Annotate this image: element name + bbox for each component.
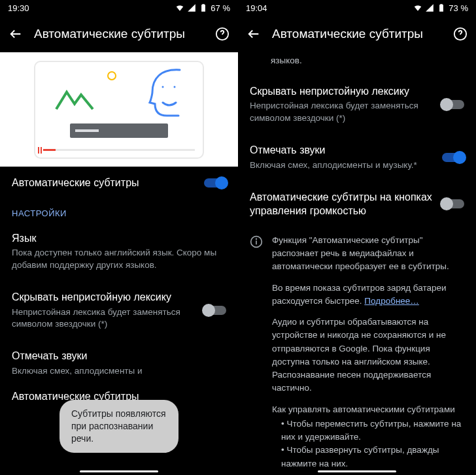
main-switch-row[interactable]: Автоматические субтитры [0, 167, 238, 199]
svg-point-6 [256, 238, 257, 239]
info-icon [250, 235, 263, 248]
status-bar: 19:04 73 % [238, 0, 476, 16]
battery-icon [199, 3, 208, 12]
status-bar: 19:30 67 % [0, 0, 238, 16]
face-icon [147, 67, 186, 126]
main-switch-toggle[interactable] [204, 178, 226, 188]
toast: Субтитры появляются при распознавании ре… [60, 400, 178, 453]
volume-toggle[interactable] [442, 199, 464, 208]
profanity-toggle[interactable] [442, 100, 464, 109]
caption-preview [70, 123, 168, 138]
progress-bar [43, 149, 195, 151]
help-icon [453, 27, 468, 41]
profanity-sub: Непристойная лексика будет заменяться си… [12, 306, 196, 331]
help-button[interactable] [452, 26, 468, 42]
hero-illustration [0, 52, 238, 167]
info-text: Функция "Автоматические субтитры" распоз… [272, 234, 464, 470]
battery-icon [437, 3, 446, 12]
wifi-icon [175, 3, 184, 12]
sun-icon [107, 71, 116, 80]
info-bullet-2: Чтобы развернуть субтитры, дважды нажмит… [281, 444, 464, 470]
volume-title: Автоматические субтитры на кнопках управ… [250, 190, 434, 218]
sounds-toggle[interactable] [442, 153, 464, 162]
language-title: Язык [12, 231, 226, 246]
profanity-title: Скрывать непристойную лексику [12, 290, 196, 304]
info-block: Функция "Автоматические субтитры" распоз… [238, 227, 476, 475]
sounds-title: Отмечать звуки [12, 349, 226, 363]
sounds-row[interactable]: Отмечать звуки Включая смех, аплодисмент… [0, 340, 238, 378]
sounds-sub-partial: Включая смех, аплодисменты и [12, 365, 226, 378]
battery-text: 73 % [449, 3, 468, 13]
phone-right: 19:04 73 % Автоматические субтитры языко… [238, 0, 476, 475]
info-p3: Аудио и субтитры обрабатываются на устро… [272, 316, 464, 395]
info-bullet-1: Чтобы переместить субтитры, нажмите на н… [281, 418, 464, 444]
app-bar: Автоматические субтитры [238, 16, 476, 52]
arrow-left-icon [8, 27, 23, 41]
info-bullets: Чтобы переместить субтитры, нажмите на н… [272, 418, 464, 470]
status-time: 19:30 [8, 3, 29, 13]
language-sub: Пока доступен только английский язык. Ск… [12, 247, 226, 272]
phone-left: 19:30 67 % Автоматические субтитры [0, 0, 238, 475]
status-time: 19:04 [246, 3, 267, 13]
page-title: Автоматические субтитры [272, 27, 442, 41]
nav-handle[interactable] [318, 470, 396, 472]
main-switch-label: Автоматические субтитры [12, 176, 196, 190]
learn-more-link[interactable]: Подробнее… [364, 296, 419, 306]
language-row[interactable]: Язык Пока доступен только английский язы… [0, 222, 238, 281]
page-title: Автоматические субтитры [34, 27, 204, 41]
info-p1: Функция "Автоматические субтитры" распоз… [272, 234, 464, 274]
section-header-settings: НАСТРОЙКИ [0, 199, 238, 222]
status-right: 67 % [175, 3, 230, 13]
back-button[interactable] [246, 26, 262, 42]
language-tail: языков. [238, 52, 476, 75]
info-p4: Как управлять автоматическими субтитрами [272, 403, 464, 416]
info-p2: Во время показа субтитров заряд батареи … [272, 282, 464, 308]
signal-icon [187, 3, 196, 12]
content-scroll[interactable]: языков. Скрывать непристойную лексику Не… [238, 52, 476, 475]
arrow-left-icon [246, 27, 261, 41]
profanity-row[interactable]: Скрывать непристойную лексику Непристойн… [238, 75, 476, 134]
profanity-sub: Непристойная лексика будет заменяться си… [250, 100, 434, 125]
nav-handle[interactable] [80, 470, 158, 472]
app-bar: Автоматические субтитры [0, 16, 238, 52]
profanity-row[interactable]: Скрывать непристойную лексику Непристойн… [0, 281, 238, 340]
help-button[interactable] [214, 26, 230, 42]
volume-row[interactable]: Автоматические субтитры на кнопках управ… [238, 181, 476, 227]
battery-text: 67 % [211, 3, 230, 13]
help-icon [215, 27, 230, 41]
status-right: 73 % [413, 3, 468, 13]
sounds-sub: Включая смех, аплодисменты и музыку.* [250, 159, 434, 172]
profanity-title: Скрывать непристойную лексику [250, 84, 434, 99]
signal-icon [425, 3, 434, 12]
sounds-title: Отмечать звуки [250, 143, 434, 157]
svg-point-1 [162, 86, 164, 88]
profanity-toggle[interactable] [204, 306, 226, 315]
back-button[interactable] [8, 26, 24, 42]
svg-point-2 [174, 86, 176, 88]
sounds-row[interactable]: Отмечать звуки Включая смех, аплодисмент… [238, 134, 476, 180]
wifi-icon [413, 3, 422, 12]
mountain-icon [55, 87, 101, 113]
